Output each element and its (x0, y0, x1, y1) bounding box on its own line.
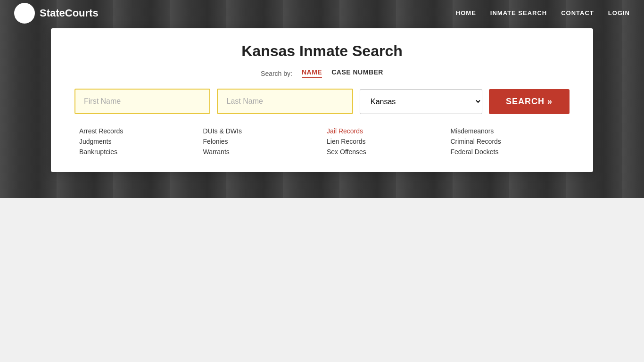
search-title: Kansas Inmate Search (74, 42, 570, 60)
logo[interactable]: 🏛 StateCourts (14, 3, 99, 24)
nav-links: HOME INMATE SEARCH CONTACT LOGIN (456, 9, 630, 16)
link-duis-dwis[interactable]: DUIs & DWIs (203, 127, 242, 135)
search-button[interactable]: SEARCH » (489, 89, 570, 114)
logo-text: StateCourts (40, 7, 99, 19)
link-arrest-records[interactable]: Arrest Records (79, 127, 123, 135)
link-jail-records[interactable]: Jail Records (327, 127, 363, 135)
link-lien-records[interactable]: Lien Records (327, 138, 366, 145)
links-col-3: Jail Records Lien Records Sex Offenses (327, 127, 441, 156)
last-name-input[interactable] (217, 89, 353, 114)
link-warrants[interactable]: Warrants (203, 148, 230, 156)
links-col-4: Misdemeanors Criminal Records Federal Do… (451, 127, 565, 156)
search-card: Kansas Inmate Search Search by: NAME CAS… (51, 28, 593, 172)
hero-section: COURTHOUSE 🏛 StateCourts HOME INMATE SEA… (0, 0, 644, 198)
link-bankruptcies[interactable]: Bankruptcies (79, 148, 117, 156)
link-criminal-records[interactable]: Criminal Records (451, 138, 501, 145)
link-federal-dockets[interactable]: Federal Dockets (451, 148, 499, 156)
tab-name[interactable]: NAME (302, 68, 322, 78)
tab-case-number[interactable]: CASE NUMBER (331, 68, 383, 78)
link-judgments[interactable]: Judgments (79, 138, 111, 145)
links-col-1: Arrest Records Judgments Bankruptcies (79, 127, 194, 156)
nav-login[interactable]: LOGIN (608, 9, 630, 16)
search-by-row: Search by: NAME CASE NUMBER (74, 68, 570, 78)
link-misdemeanors[interactable]: Misdemeanors (451, 127, 494, 135)
first-name-input[interactable] (74, 89, 210, 114)
search-by-label: Search by: (261, 70, 292, 77)
category-links: Arrest Records Judgments Bankruptcies DU… (74, 127, 570, 156)
links-col-2: DUIs & DWIs Felonies Warrants (203, 127, 318, 156)
state-select[interactable]: Kansas Alabama Alaska Colorado Florida M… (360, 89, 482, 114)
search-inputs: Kansas Alabama Alaska Colorado Florida M… (74, 89, 570, 114)
nav-inmate-search[interactable]: INMATE SEARCH (490, 9, 547, 16)
link-sex-offenses[interactable]: Sex Offenses (327, 148, 366, 156)
nav-contact[interactable]: CONTACT (561, 9, 594, 16)
logo-icon: 🏛 (14, 3, 35, 24)
top-navigation: 🏛 StateCourts HOME INMATE SEARCH CONTACT… (0, 0, 644, 26)
link-felonies[interactable]: Felonies (203, 138, 228, 145)
nav-home[interactable]: HOME (456, 9, 476, 16)
